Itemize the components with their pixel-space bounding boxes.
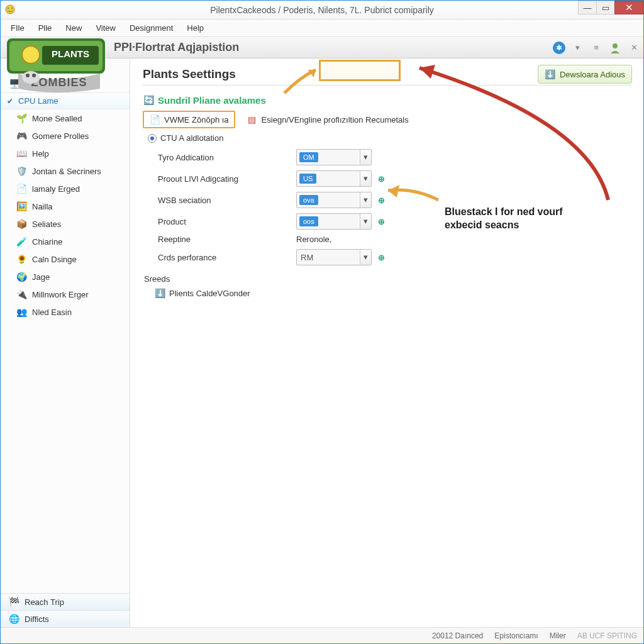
- sun-icon: 🌻: [16, 253, 27, 265]
- sidebar-item-8[interactable]: 🌻Caln Dsinge: [1, 250, 130, 268]
- sidebar-item-label: Mone Sealled: [32, 114, 82, 123]
- doc-icon: 📄: [16, 183, 27, 194]
- tab-label: Esiegn/VEngline proflızıltion Recumetals: [262, 115, 409, 125]
- sidebar-item-1[interactable]: 🎮Gomere Prolles: [1, 127, 130, 145]
- select-value: ova: [299, 195, 318, 205]
- world-icon: 🌐: [8, 613, 19, 625]
- subhead-sreeds: Sreeds: [144, 274, 631, 284]
- maximize-button[interactable]: ▭: [596, 1, 615, 14]
- section-title: 🔄 Sundril Pliane avalames: [143, 94, 631, 106]
- close-panel-icon[interactable]: ✕: [627, 41, 641, 55]
- svg-point-12: [32, 74, 36, 77]
- window-title: PilentxCackeods / Poderis, Nilents, 7L. …: [210, 5, 434, 15]
- select-r1[interactable]: OM▾: [296, 149, 372, 165]
- label-r2: Proout LIVl Adigcating: [158, 174, 296, 184]
- status-d: AB UCF SPITING: [577, 631, 637, 640]
- statusbar: 20012 Daınced Epistoncıamı Miler AB UCF …: [1, 627, 643, 643]
- sidebar-item-3[interactable]: 🛡️Jontan & Secriners: [1, 162, 130, 180]
- flask-icon: 🧪: [16, 236, 27, 247]
- sidebar-item-label: Caln Dsinge: [32, 255, 77, 264]
- label-r4: Product: [158, 217, 296, 226]
- menu-file[interactable]: FIle: [4, 21, 31, 35]
- label-r3: WSB seciation: [158, 196, 296, 205]
- network-icon: 🔌: [16, 289, 27, 300]
- download-button-label: Dewsloara Adious: [560, 70, 625, 79]
- svg-point-1: [8, 8, 9, 9]
- main: PLANTS ZOMBIES 🖥️ Sallout CPU Lame 🌱Mone…: [1, 58, 643, 627]
- close-button[interactable]: ✕: [614, 1, 643, 14]
- svg-point-0: [6, 5, 14, 14]
- chevron-down-icon[interactable]: ▾: [570, 41, 584, 55]
- select-value: OM: [299, 152, 318, 162]
- chevron-down-icon: ▾: [360, 192, 371, 208]
- sidebar-item-0[interactable]: 🌱Mone Sealled: [1, 109, 130, 127]
- radio-ctu[interactable]: CTU A aldlotation: [148, 133, 631, 143]
- sidebar-item-6[interactable]: 📦Seliates: [1, 215, 130, 233]
- label-r5: Reeptine: [158, 235, 296, 244]
- sidebar-item-label: Reach Trip: [25, 597, 64, 607]
- select-r6[interactable]: RM▾: [296, 249, 372, 265]
- refresh-icon: 🔄: [143, 94, 154, 106]
- select-r3[interactable]: ova▾: [296, 192, 372, 208]
- leaf-icon: 🌱: [16, 113, 27, 124]
- sidebar-item-5[interactable]: 🖼️Nailla: [1, 197, 130, 215]
- annotation-text: Bluestack I for ned vourf exbecid seacns: [445, 206, 596, 232]
- menu-plle[interactable]: Plle: [32, 21, 58, 35]
- sidebar-item-11[interactable]: 👥Nled Easin: [1, 303, 130, 321]
- tab-engine[interactable]: ▤ Esiegn/VEngline proflızıltion Recumeta…: [242, 112, 414, 127]
- menu-new[interactable]: New: [59, 21, 88, 35]
- filter-icon[interactable]: ≡: [589, 41, 603, 55]
- globe-icon: 🌍: [16, 271, 27, 282]
- sidebar-item-label: Millnwork Erger: [32, 290, 89, 299]
- svg-point-10: [22, 71, 40, 84]
- chevron-down-icon: ▾: [360, 171, 371, 186]
- svg-point-6: [22, 46, 40, 64]
- sidebar-item-label: Chiarine: [32, 237, 62, 247]
- select-value: US: [299, 174, 316, 184]
- avatar-icon[interactable]: [608, 41, 622, 55]
- image-icon: 🖼️: [16, 201, 27, 212]
- download-small-icon: ⬇️: [154, 287, 165, 299]
- select-r4[interactable]: oos▾: [296, 213, 372, 230]
- menu-help[interactable]: Help: [180, 21, 210, 35]
- tab-wvme[interactable]: 📄 VWME Zônŏph ıa: [143, 111, 235, 128]
- add-icon[interactable]: ⊕: [372, 174, 391, 184]
- svg-point-2: [11, 8, 13, 9]
- menu-view[interactable]: Vitew: [89, 21, 122, 35]
- people-icon: 👥: [16, 306, 27, 318]
- select-value: oos: [299, 216, 318, 226]
- sub-item-label: Plients CaldeVGonder: [169, 289, 250, 298]
- svg-point-3: [613, 43, 618, 48]
- svg-text:PLANTS: PLANTS: [52, 48, 89, 59]
- shield-icon: 🛡️: [16, 165, 27, 177]
- sidebar-header-cpu[interactable]: CPU Lame: [1, 92, 130, 109]
- menu-designment[interactable]: Designment: [123, 21, 179, 35]
- sidebar-item-label: Nailla: [32, 202, 53, 211]
- chevron-down-icon: ▾: [360, 250, 371, 265]
- sidebar-bottom-reach[interactable]: 🏁Reach Trip: [1, 593, 130, 610]
- bluetooth-icon[interactable]: ✱: [553, 42, 565, 54]
- sidebar-item-label: lamaly Erged: [32, 184, 80, 194]
- sidebar-bottom-diffcts[interactable]: 🌐Difficts: [1, 610, 130, 627]
- add-icon[interactable]: ⊕: [372, 217, 391, 226]
- gamepad-icon: 🎮: [16, 130, 27, 142]
- pvz-logo: PLANTS ZOMBIES: [1, 37, 130, 75]
- radio-icon: [148, 134, 157, 143]
- add-icon[interactable]: ⊕: [372, 196, 391, 205]
- sidebar-item-9[interactable]: 🌍Jage: [1, 268, 130, 286]
- tab-label: VWME Zônŏph ıa: [164, 115, 229, 125]
- sidebar-item-4[interactable]: 📄lamaly Erged: [1, 180, 130, 197]
- page-icon: 📄: [149, 114, 160, 125]
- download-button[interactable]: ⬇️ Dewsloara Adious: [538, 65, 632, 84]
- sidebar-label: CPU Lame: [18, 96, 58, 106]
- box-icon: 📦: [16, 218, 27, 230]
- sidebar-item-10[interactable]: 🔌Millnwork Erger: [1, 286, 130, 303]
- select-r2[interactable]: US▾: [296, 170, 372, 187]
- sub-item-plients[interactable]: ⬇️ Plients CaldeVGonder: [154, 287, 631, 299]
- download-icon: ⬇️: [545, 69, 556, 80]
- minimize-button[interactable]: —: [578, 1, 597, 14]
- sidebar-item-7[interactable]: 🧪Chiarine: [1, 233, 130, 250]
- sidebar-item-2[interactable]: 📖Help: [1, 145, 130, 162]
- sidebar-item-label: Gomere Prolles: [32, 131, 89, 141]
- add-icon[interactable]: ⊕: [372, 253, 391, 262]
